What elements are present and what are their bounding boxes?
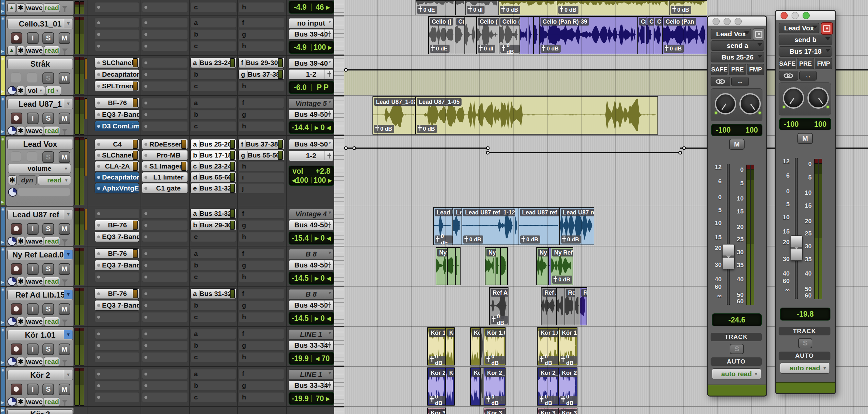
send-slot-empty[interactable]: g [238,300,284,310]
send-slot-empty[interactable]: a [190,98,237,108]
window-mute-button[interactable]: M [729,139,745,150]
pan-value-display[interactable]: -100100 [711,124,763,136]
clip-gain-badge[interactable]: 0 dB [463,236,483,244]
send-slot-empty[interactable]: h [238,392,284,402]
audio-clip[interactable]: 0 dl [465,0,499,15]
send-slot-empty[interactable]: g [238,260,284,270]
pan-linkage-button[interactable]: ↔ [731,77,749,87]
clip-gain-badge[interactable]: 0 dE [430,45,450,53]
record-enable-button[interactable] [11,344,22,355]
audio-clip[interactable] [447,247,456,285]
zoom-button[interactable] [803,12,810,19]
insert-slot-empty[interactable] [142,232,188,242]
insert-slot-empty[interactable] [142,369,188,379]
audio-clip[interactable]: Kö [470,368,481,406]
audio-clip[interactable]: Cello (|0 dE [428,16,455,54]
output-fader-icon[interactable] [324,220,333,229]
insert-slot-empty[interactable] [95,312,139,322]
track-name[interactable]: Lead U87_1▼ [7,99,73,109]
automation-mode-selector[interactable]: read [44,277,60,286]
clip-gain-badge[interactable]: 0 dB [663,45,684,53]
insert-plugin[interactable]: SPLTrnsn [95,81,139,91]
send-slot-empty[interactable]: h [238,161,284,171]
solo-button[interactable]: S [42,263,54,275]
audio-clip[interactable]: Ny [536,247,549,285]
audio-clip[interactable]: Kör 1.010 dB [558,327,578,366]
track-view-selector[interactable]: wave [26,357,43,366]
insert-slot-empty[interactable] [95,272,139,282]
pan-knob-right[interactable] [807,87,829,109]
solo-button[interactable]: S [42,112,54,124]
send-slot-empty[interactable]: c [190,2,237,12]
solo-button[interactable]: S [42,223,54,235]
send-slot-empty[interactable]: i [238,172,284,182]
audio-clip[interactable]: 0 dB [670,0,707,15]
insert-slot-empty[interactable] [142,109,188,120]
automation-star-button[interactable]: ✱ [17,46,25,55]
send-slot-empty[interactable]: c [190,392,237,402]
automation-mode-selector[interactable]: read [44,397,60,406]
send-assignment[interactable]: fBus 37-38 [238,139,284,149]
insert-plugin[interactable]: AphxVntgE [95,183,139,194]
io-input-selector[interactable]: LINE 1▼ [288,369,334,380]
automation-mode-selector[interactable]: auto read▼ [780,363,830,374]
clip-gain-badge[interactable]: 0 dB [500,45,520,53]
input-monitor-button[interactable]: I [27,32,38,44]
send-slot-empty[interactable]: a [190,329,237,339]
send-slot-empty[interactable]: b [190,69,237,79]
insert-slot-empty[interactable] [142,340,188,351]
dyn-button[interactable]: dyn [18,175,37,185]
send-assignment[interactable]: gBus 55-56 [238,150,284,161]
insert-plugin[interactable]: D3 ComLim [95,121,139,131]
audio-clip[interactable]: Kör 1.00 dB [427,327,446,366]
window-titlebar[interactable] [776,11,835,20]
clip-gain-badge[interactable]: 0 dB [491,316,508,324]
solo-button[interactable]: S [42,151,54,163]
window-track-selector[interactable]: Lead Vox [779,23,819,33]
insert-plugin[interactable]: BF-76 [95,220,139,230]
send-slot-empty[interactable]: g [238,29,284,39]
send-slot-empty[interactable]: b [190,260,237,270]
send-assignment[interactable]: aBus 31-32 [190,208,237,219]
mute-button[interactable]: M [59,223,70,235]
automation-mode-selector[interactable]: read [44,317,60,326]
insert-slot-empty[interactable] [142,248,188,259]
pan-linkage-button[interactable]: ↔ [799,71,817,80]
audio-clip[interactable]: Ref / [580,287,587,325]
automation-star-button[interactable]: ✱ [17,86,25,95]
audio-clip[interactable]: Cello (F0 dB [499,16,520,54]
insert-slot-empty[interactable] [142,18,188,28]
track-color-tab[interactable]: ◉▶ [1,287,5,326]
insert-slot-empty[interactable] [142,29,188,39]
io-input-selector[interactable]: Vintage 4▼ [288,209,334,219]
insert-plugin[interactable]: BF-76 [95,248,139,259]
fader-track[interactable] [795,158,798,299]
insert-plugin[interactable]: C4 [95,139,139,149]
insert-slot-empty[interactable] [142,392,188,402]
send-slot-empty[interactable]: h [238,232,284,242]
record-enable-button[interactable] [11,384,22,395]
track-color-tab[interactable]: ◉▶ [1,407,5,414]
audio-clip[interactable]: 0 dB [498,0,557,15]
audio-clip[interactable] [464,16,477,54]
close-button[interactable] [713,18,720,25]
minimize-button[interactable] [792,12,799,19]
automation-mode-selector[interactable]: read [44,237,60,246]
insert-slot-empty[interactable] [142,220,188,230]
clip-gain-badge[interactable]: 0 dE [435,236,453,244]
track-color-tab[interactable]: ◉▶ [1,16,5,55]
clock-icon[interactable] [7,317,17,326]
send-slot-empty[interactable]: h [238,81,284,91]
fader-cap[interactable] [722,244,735,269]
automation-mode-selector[interactable]: read [44,3,60,12]
insert-slot-empty[interactable] [95,380,139,391]
send-slot-empty[interactable]: c [190,81,237,91]
insert-slot-empty[interactable] [95,352,139,362]
insert-slot-empty[interactable] [142,121,188,131]
track-view-selector[interactable]: wave [26,126,43,135]
io-output-selector[interactable]: Bus 49-50 [288,300,334,310]
volume-pan-display[interactable]: -6.0P P [288,81,334,94]
clock-icon[interactable] [8,187,17,197]
track-name-menu-icon[interactable]: ▼ [64,19,72,28]
audio-clip[interactable]: Kör 2_(0 dB [537,368,559,406]
